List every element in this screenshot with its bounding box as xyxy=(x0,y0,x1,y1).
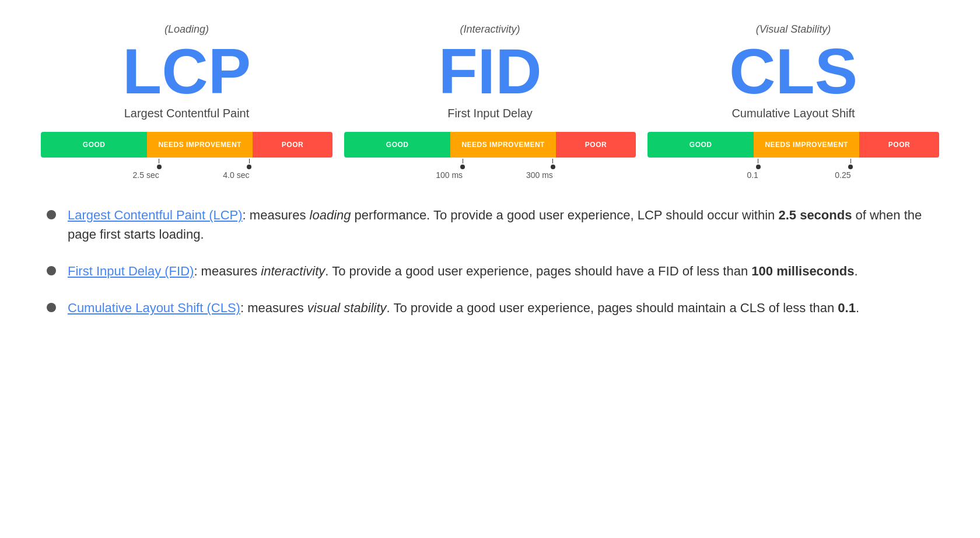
bullet-list: Largest Contentful Paint (LCP): measures… xyxy=(35,205,945,317)
marker-fid-1: 300 ms xyxy=(540,159,566,180)
marker-label-lcp-1: 4.0 sec xyxy=(223,170,249,180)
marker-dot-lcp-0 xyxy=(157,165,162,169)
bar-markers-cls: 0.1 0.25 xyxy=(648,159,939,176)
bar-poor-cls: POOR xyxy=(859,132,939,158)
bar-segments-fid: GOOD NEEDS IMPROVEMENT POOR xyxy=(344,132,635,158)
marker-fid-0: 100 ms xyxy=(449,159,476,180)
bullet-dot-2 xyxy=(47,303,56,312)
marker-line-cls-0 xyxy=(758,159,758,163)
bar-poor-fid: POOR xyxy=(556,132,635,158)
marker-cls-1: 0.25 xyxy=(843,159,859,180)
marker-dot-cls-0 xyxy=(756,165,761,169)
marker-dot-fid-1 xyxy=(551,165,555,169)
bar-segments-lcp: GOOD NEEDS IMPROVEMENT POOR xyxy=(41,132,332,158)
marker-line-lcp-0 xyxy=(159,159,159,163)
bar-good-fid: GOOD xyxy=(344,132,450,158)
bar-markers-lcp: 2.5 sec 4.0 sec xyxy=(41,159,332,176)
metric-fullname-cls: Cumulative Layout Shift xyxy=(732,107,855,120)
bullet-dot-1 xyxy=(47,266,56,275)
marker-label-cls-0: 0.1 xyxy=(747,170,758,180)
metric-fullname-fid: First Input Delay xyxy=(447,107,533,120)
metric-subtitle-cls: (Visual Stability) xyxy=(756,23,831,36)
marker-cls-0: 0.1 xyxy=(752,159,764,180)
bullet-item-0: Largest Contentful Paint (LCP): measures… xyxy=(47,205,933,244)
marker-line-cls-1 xyxy=(850,159,851,163)
bullet-dot-0 xyxy=(47,210,56,219)
metric-fullname-lcp: Largest Contentful Paint xyxy=(124,107,250,120)
metrics-row: (Loading) LCP Largest Contentful Paint G… xyxy=(35,23,945,176)
threshold-bar-cls: GOOD NEEDS IMPROVEMENT POOR 0.1 xyxy=(648,132,939,176)
bullet-text-0: Largest Contentful Paint (LCP): measures… xyxy=(68,205,933,244)
metric-acronym-fid: FID xyxy=(438,39,541,103)
bullet-link-1[interactable]: First Input Delay (FID) xyxy=(68,264,194,278)
marker-label-cls-1: 0.25 xyxy=(835,170,850,180)
metric-acronym-lcp: LCP xyxy=(123,39,251,103)
marker-label-fid-0: 100 ms xyxy=(436,170,463,180)
marker-label-fid-1: 300 ms xyxy=(526,170,553,180)
marker-lcp-1: 4.0 sec xyxy=(236,159,262,180)
bullet-item-1: First Input Delay (FID): measures intera… xyxy=(47,261,933,281)
metric-acronym-cls: CLS xyxy=(729,39,858,103)
bar-segments-cls: GOOD NEEDS IMPROVEMENT POOR xyxy=(648,132,939,158)
marker-lcp-0: 2.5 sec xyxy=(146,159,172,180)
bar-needs-cls: NEEDS IMPROVEMENT xyxy=(754,132,860,158)
bullet-link-0[interactable]: Largest Contentful Paint (LCP) xyxy=(68,208,243,222)
bullet-text-1: First Input Delay (FID): measures intera… xyxy=(68,261,933,281)
bar-good-lcp: GOOD xyxy=(41,132,147,158)
bar-good-cls: GOOD xyxy=(648,132,754,158)
threshold-bar-fid: GOOD NEEDS IMPROVEMENT POOR 100 ms xyxy=(344,132,635,176)
metric-card-cls: (Visual Stability) CLS Cumulative Layout… xyxy=(648,23,939,176)
bar-needs-fid: NEEDS IMPROVEMENT xyxy=(450,132,556,158)
bar-markers-fid: 100 ms 300 ms xyxy=(344,159,635,176)
bar-poor-lcp: POOR xyxy=(253,132,332,158)
marker-label-lcp-0: 2.5 sec xyxy=(133,170,159,180)
bar-needs-lcp: NEEDS IMPROVEMENT xyxy=(147,132,253,158)
metric-subtitle-fid: (Interactivity) xyxy=(460,23,520,36)
marker-dot-fid-0 xyxy=(460,165,465,169)
marker-dot-lcp-1 xyxy=(247,165,251,169)
bullet-item-2: Cumulative Layout Shift (CLS): measures … xyxy=(47,298,933,317)
marker-dot-cls-1 xyxy=(848,165,853,169)
marker-line-fid-0 xyxy=(463,159,463,163)
metric-card-lcp: (Loading) LCP Largest Contentful Paint G… xyxy=(41,23,332,176)
marker-line-lcp-1 xyxy=(249,159,250,163)
metric-subtitle-lcp: (Loading) xyxy=(164,23,209,36)
bullet-text-2: Cumulative Layout Shift (CLS): measures … xyxy=(68,298,933,317)
metric-card-fid: (Interactivity) FID First Input Delay GO… xyxy=(344,23,635,176)
bullet-link-2[interactable]: Cumulative Layout Shift (CLS) xyxy=(68,301,240,315)
marker-line-fid-1 xyxy=(552,159,553,163)
threshold-bar-lcp: GOOD NEEDS IMPROVEMENT POOR 2.5 sec xyxy=(41,132,332,176)
